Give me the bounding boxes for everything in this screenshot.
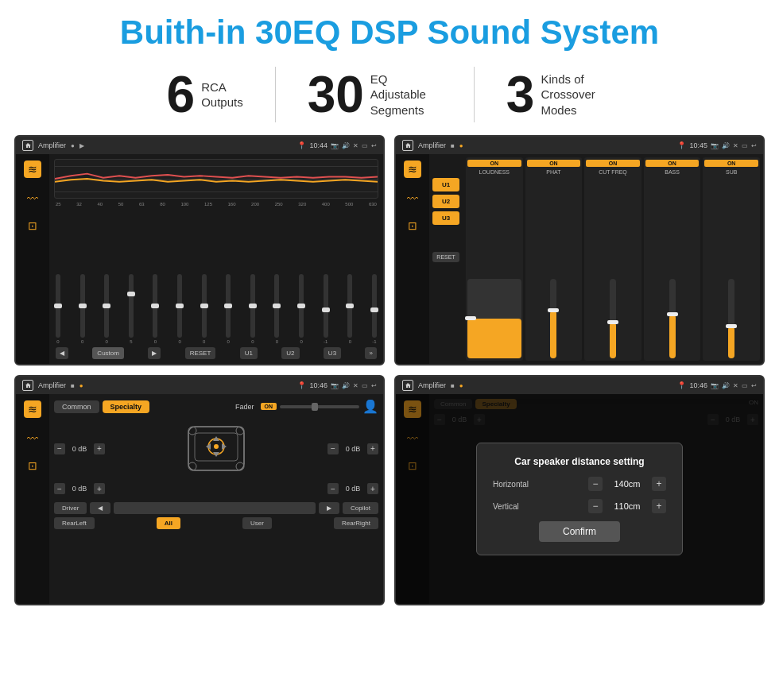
- freq-400: 400: [322, 202, 330, 207]
- screen4-time: 10:46: [689, 381, 707, 389]
- vertical-stepper: − 110cm +: [588, 499, 666, 513]
- back-icon-2: ↩: [751, 142, 757, 149]
- camera-icon-2: 📷: [711, 142, 719, 149]
- avatar-icon: 👤: [362, 399, 378, 414]
- vol-br-plus[interactable]: +: [367, 483, 378, 494]
- eq-icon-3[interactable]: ≋: [24, 400, 41, 418]
- vertical-plus-btn[interactable]: +: [652, 499, 666, 513]
- minus-icon-3: ▭: [362, 382, 368, 389]
- freq-500: 500: [345, 202, 353, 207]
- rearleft-btn[interactable]: RearLeft: [54, 517, 95, 529]
- freq-200: 200: [251, 202, 259, 207]
- arrow-left-btn[interactable]: ◀: [90, 502, 110, 514]
- speaker-icon-2[interactable]: ⊡: [408, 219, 417, 232]
- dot-icon: ●: [71, 142, 75, 149]
- eq-icon-2[interactable]: ≋: [404, 160, 421, 178]
- driver-btn[interactable]: Driver: [54, 502, 87, 514]
- vol-tl-minus[interactable]: −: [54, 443, 65, 454]
- vol-br-minus[interactable]: −: [327, 483, 339, 494]
- preset-u3-btn[interactable]: U3: [432, 211, 459, 225]
- screen2-status-left: Amplifier ■ ●: [402, 140, 463, 151]
- eq-slider-11: -1: [324, 274, 328, 344]
- channel-cutfreq-header: ON: [586, 160, 640, 167]
- eq-slider-1: 0: [80, 274, 85, 344]
- eq-reset-btn[interactable]: RESET: [185, 347, 216, 359]
- all-btn[interactable]: All: [157, 517, 180, 529]
- vol-bot-left: − 0 dB +: [54, 483, 105, 494]
- stats-row: 6 RCAOutputs 30 EQ AdjustableSegments 3 …: [0, 59, 779, 135]
- vol-tr-minus[interactable]: −: [327, 443, 339, 454]
- channel-loudness-slider[interactable]: [467, 279, 521, 358]
- wave-icon-2[interactable]: 〰: [407, 192, 418, 205]
- close-icon-4: ✕: [733, 382, 738, 389]
- vertical-minus-btn[interactable]: −: [588, 499, 603, 513]
- screen2-status-icons: 📍 10:45 📷 🔊 ✕ ▭ ↩: [677, 141, 757, 149]
- stat-number-crossover: 3: [506, 69, 535, 120]
- location-icon-2: 📍: [677, 141, 686, 149]
- eq-u1-btn[interactable]: U1: [240, 347, 258, 359]
- channel-phat-header: ON: [527, 160, 581, 167]
- screen1-body: ≋ 〰 ⊡: [16, 154, 383, 364]
- eq-graph: [54, 159, 378, 199]
- horizontal-plus-btn[interactable]: +: [652, 477, 666, 491]
- screen3-card: Amplifier ■ ● 📍 10:46 📷 🔊 ✕ ▭ ↩ ≋ 〰: [14, 375, 385, 605]
- minus-icon: ▭: [362, 142, 368, 149]
- freq-40: 40: [97, 202, 103, 207]
- screen4-body: ≋ 〰 ⊡ Common Specialty ON − 0: [396, 394, 763, 604]
- home-icon[interactable]: [22, 140, 33, 151]
- vertical-label: Vertical: [493, 502, 548, 511]
- speaker-balance-icon[interactable]: ⊡: [28, 219, 37, 232]
- preset-u1-btn[interactable]: U1: [432, 178, 459, 191]
- vol-bl-plus[interactable]: +: [94, 483, 105, 494]
- vol-br-value: 0 dB: [341, 485, 365, 493]
- wave-icon[interactable]: 〰: [27, 192, 38, 205]
- screen2-main: U1 U2 U3 RESET ON LOUDNESS: [429, 154, 763, 364]
- vol-tl-plus[interactable]: +: [94, 443, 105, 454]
- back-icon: ↩: [371, 142, 377, 149]
- eq-prev-btn[interactable]: ◀: [56, 347, 68, 359]
- screen1-time: 10:44: [309, 141, 327, 149]
- stat-number-rca: 6: [167, 69, 196, 120]
- channel-cutfreq-slider[interactable]: [610, 279, 616, 358]
- screenshots-grid: Amplifier ● ▶ 📍 10:44 📷 🔊 ✕ ▭ ↩ ≋: [0, 135, 779, 613]
- freq-25: 25: [56, 202, 61, 207]
- copilot-btn[interactable]: Copilot: [343, 502, 378, 514]
- fader-slider[interactable]: [280, 405, 359, 408]
- channel-phat-slider[interactable]: [550, 279, 556, 358]
- vol-bl-minus[interactable]: −: [54, 483, 65, 494]
- horizontal-label: Horizontal: [493, 480, 548, 489]
- speaker-icon-3[interactable]: ⊡: [28, 459, 37, 472]
- user-btn[interactable]: User: [242, 517, 272, 529]
- channel-sub-slider[interactable]: [728, 279, 734, 358]
- volume-icon: 🔊: [342, 142, 350, 149]
- channel-loudness: ON LOUDNESS: [466, 157, 523, 361]
- eq-next-btn[interactable]: ▶: [148, 347, 161, 359]
- preset-u2-btn[interactable]: U2: [432, 195, 459, 208]
- arrow-right-btn[interactable]: ▶: [319, 502, 339, 514]
- eq-slider-10: 0: [299, 274, 304, 344]
- tab-common[interactable]: Common: [54, 400, 99, 413]
- camera-icon-3: 📷: [331, 382, 339, 389]
- screen1-app-name: Amplifier: [38, 141, 66, 149]
- home-icon-3[interactable]: [22, 380, 33, 391]
- confirm-button[interactable]: Confirm: [539, 521, 620, 542]
- close-icon-3: ✕: [353, 382, 358, 389]
- home-icon-4[interactable]: [402, 380, 413, 391]
- stat-rca: 6 RCAOutputs: [135, 69, 275, 120]
- s2-reset-btn[interactable]: RESET: [432, 252, 459, 262]
- channel-bass-slider[interactable]: [669, 279, 676, 358]
- wave-icon-3[interactable]: 〰: [27, 432, 38, 445]
- minus-icon-4: ▭: [742, 382, 748, 389]
- eq-u3-btn[interactable]: U3: [324, 347, 341, 359]
- freq-80: 80: [160, 202, 165, 207]
- horizontal-minus-btn[interactable]: −: [588, 477, 603, 491]
- eq-icon[interactable]: ≋: [24, 160, 41, 178]
- channel-sub-name: SUB: [726, 169, 737, 175]
- vol-tr-plus[interactable]: +: [367, 443, 378, 454]
- rearright-btn[interactable]: RearRight: [334, 517, 378, 529]
- tab-specialty[interactable]: Specialty: [103, 400, 150, 413]
- eq-custom-btn[interactable]: Custom: [92, 347, 124, 359]
- screen4-status-icons: 📍 10:46 📷 🔊 ✕ ▭ ↩: [677, 381, 757, 389]
- home-icon-2[interactable]: [402, 140, 413, 151]
- eq-u2-btn[interactable]: U2: [281, 347, 299, 359]
